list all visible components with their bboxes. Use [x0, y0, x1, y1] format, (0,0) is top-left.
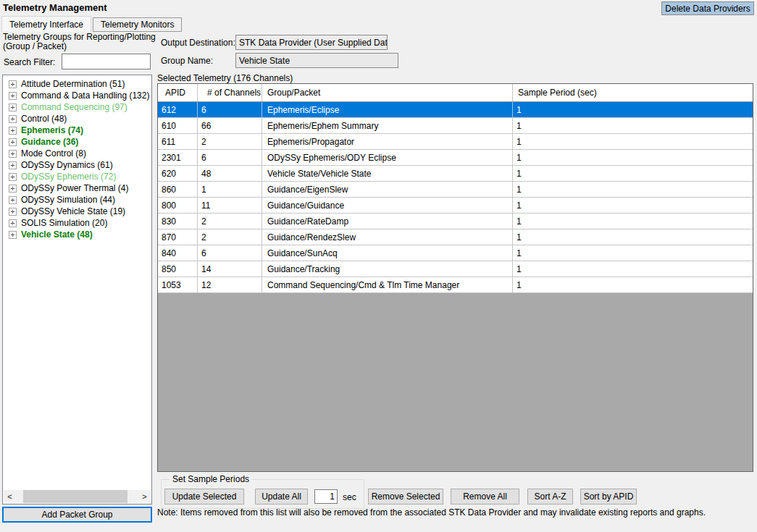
delete-data-providers-button[interactable]: Delete Data Providers — [661, 1, 754, 15]
table-cell: 66 — [198, 118, 262, 133]
table-row[interactable]: 62048Vehicle State/Vehicle State1 — [158, 166, 753, 182]
scrollbar-right-arrow-icon[interactable]: > — [138, 490, 151, 503]
tree-horizontal-scrollbar[interactable]: < > — [4, 490, 151, 503]
column-header-apid[interactable]: APID — [158, 84, 198, 101]
expand-plus-icon[interactable]: + — [9, 138, 17, 146]
output-destination-dropdown[interactable]: STK Data Provider (User Supplied Data ∨ — [235, 35, 388, 50]
table-cell: 610 — [158, 118, 198, 133]
column-header-sample-period[interactable]: Sample Period (sec) — [513, 84, 753, 101]
expand-plus-icon[interactable]: + — [9, 150, 17, 158]
tree-item[interactable]: +ODySSy Power Thermal (4) — [3, 182, 151, 194]
scrollbar-left-arrow-icon[interactable]: < — [4, 490, 16, 503]
groupbox-title: Set Sample Periods — [170, 474, 252, 484]
tree-item-label: Control (48) — [21, 114, 67, 124]
table-cell: 1 — [513, 182, 753, 197]
tree-item[interactable]: +Vehicle State (48) — [3, 229, 151, 240]
table-row[interactable]: 61066Ephemeris/Ephem Summary1 — [158, 118, 753, 134]
tree-item[interactable]: +Guidance (36) — [3, 136, 151, 148]
table-cell: Guidance/SunAcq — [262, 245, 513, 261]
tree-item-label: Attitude Determination (51) — [21, 79, 125, 89]
page-title: Telemetry Management — [3, 2, 107, 13]
table-cell: 2 — [198, 229, 262, 245]
tree-item-label: SOLIS Simulation (20) — [21, 218, 107, 228]
expand-plus-icon[interactable]: + — [9, 115, 17, 123]
tree-item-label: Mode Control (8) — [21, 148, 86, 159]
tab-telemetry-interface[interactable]: Telemetry Interface — [1, 16, 91, 32]
table-cell: 1 — [513, 118, 753, 133]
expand-plus-icon[interactable]: + — [9, 208, 17, 216]
table-row[interactable]: 105312Command Sequencing/Cmd & Tlm Time … — [158, 277, 753, 293]
table-cell: 11 — [198, 198, 262, 213]
table-cell: 1 — [513, 245, 753, 261]
table-row[interactable]: 8601Guidance/EigenSlew1 — [158, 182, 753, 198]
group-name-input[interactable] — [235, 53, 398, 68]
table-row[interactable]: 8302Guidance/RateDamp1 — [158, 214, 753, 229]
expand-plus-icon[interactable]: + — [9, 231, 17, 239]
expand-plus-icon[interactable]: + — [9, 173, 17, 181]
scrollbar-track[interactable] — [16, 490, 138, 503]
expand-plus-icon[interactable]: + — [9, 104, 17, 111]
table-cell: Ephemeris/Propagator — [262, 134, 513, 149]
expand-plus-icon[interactable]: + — [9, 92, 17, 100]
table-cell: Guidance/RateDamp — [262, 214, 513, 229]
table-cell: 1 — [513, 150, 753, 165]
expand-plus-icon[interactable]: + — [9, 219, 17, 227]
search-filter-input[interactable] — [62, 54, 151, 69]
table-row[interactable]: 23016ODySSy Ephemeris/ODY Eclipse1 — [158, 150, 753, 166]
table-header-row: APID # of Channels Group/Packet Sample P… — [158, 84, 753, 102]
tree-item[interactable]: +Control (48) — [3, 113, 151, 124]
tree-item[interactable]: +Ephemeris (74) — [3, 124, 151, 136]
table-cell: Vehicle State/Vehicle State — [262, 166, 513, 181]
expand-plus-icon[interactable]: + — [9, 161, 17, 169]
table-cell: 870 — [158, 229, 198, 245]
sort-az-button[interactable]: Sort A-Z — [527, 489, 573, 504]
table-cell: 830 — [158, 214, 198, 229]
output-destination-value: STK Data Provider (User Supplied Data — [239, 38, 388, 48]
table-row[interactable]: 8406Guidance/SunAcq1 — [158, 245, 753, 261]
tab-telemetry-monitors[interactable]: Telemetry Monitors — [93, 17, 182, 32]
column-header-group-packet[interactable]: Group/Packet — [262, 84, 513, 101]
search-filter-label: Search Filter: — [4, 57, 55, 67]
tree-item[interactable]: +Command & Data Handling (132) — [3, 90, 151, 101]
sort-by-apid-button[interactable]: Sort by APID — [580, 489, 637, 504]
tree-item[interactable]: +ODySSy Ephemeris (72) — [3, 171, 151, 182]
table-cell: Ephemeris/Eclipse — [262, 102, 513, 117]
table-row[interactable]: 6126Ephemeris/Eclipse1 — [158, 102, 753, 118]
expand-plus-icon[interactable]: + — [9, 196, 17, 204]
scrollbar-thumb[interactable] — [23, 490, 127, 503]
expand-plus-icon[interactable]: + — [9, 185, 17, 193]
tree-item[interactable]: +SOLIS Simulation (20) — [3, 217, 151, 229]
table-row[interactable]: 6112Ephemeris/Propagator1 — [158, 134, 753, 150]
remove-selected-button[interactable]: Remove Selected — [368, 489, 443, 504]
tree-item-label: Vehicle State (48) — [21, 229, 93, 240]
table-cell: 2 — [198, 134, 262, 149]
table-row[interactable]: 8702Guidance/RendezSlew1 — [158, 229, 753, 245]
update-selected-button[interactable]: Update Selected — [164, 489, 244, 504]
table-row[interactable]: 80011Guidance/Guidance1 — [158, 198, 753, 214]
table-cell: 840 — [158, 245, 198, 261]
expand-plus-icon[interactable]: + — [9, 80, 17, 88]
table-cell: 612 — [158, 102, 198, 117]
remove-all-button[interactable]: Remove All — [451, 489, 519, 504]
table-cell: 1 — [513, 166, 753, 181]
tree-item[interactable]: +ODySSy Vehicle State (19) — [3, 206, 151, 217]
tree-item[interactable]: +Command Sequencing (97) — [3, 101, 151, 113]
table-cell: Guidance/Guidance — [262, 198, 513, 213]
update-all-button[interactable]: Update All — [255, 489, 308, 504]
add-packet-group-button[interactable]: Add Packet Group — [2, 507, 152, 523]
sample-period-input[interactable] — [314, 489, 338, 504]
expand-plus-icon[interactable]: + — [9, 127, 17, 135]
tree-heading-line2: (Group / Packet) — [3, 42, 156, 51]
tree-item[interactable]: +Mode Control (8) — [3, 148, 151, 159]
table-cell: 1 — [513, 261, 753, 276]
table-cell: 1 — [513, 198, 753, 213]
table-cell: 6 — [198, 150, 262, 165]
tree-item[interactable]: +Attitude Determination (51) — [3, 78, 151, 90]
table-row[interactable]: 85014Guidance/Tracking1 — [158, 261, 753, 277]
tree-item[interactable]: +ODySSy Simulation (44) — [3, 194, 151, 206]
table-cell: 6 — [198, 245, 262, 261]
tree-item-label: Guidance (36) — [21, 137, 78, 147]
table-cell: 1 — [513, 277, 753, 292]
tree-item[interactable]: +ODySSy Dynamics (61) — [3, 159, 151, 171]
column-header-channels[interactable]: # of Channels — [198, 84, 262, 101]
